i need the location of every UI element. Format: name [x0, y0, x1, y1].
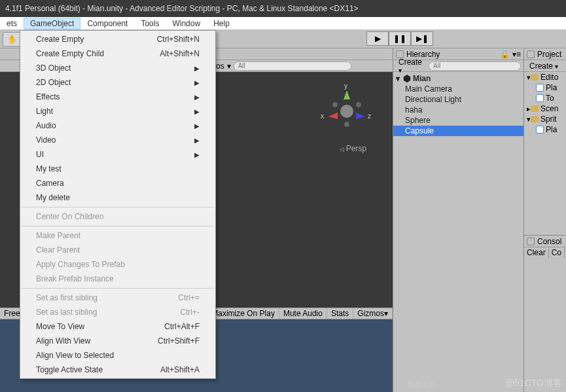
project-header[interactable]: Project [524, 48, 566, 60]
submenu-arrow-icon: ▶ [194, 94, 200, 101]
hierarchy-search-input[interactable] [429, 62, 521, 71]
play-button[interactable]: ▶ [366, 31, 389, 46]
menu-set-first-sibling: Set as first siblingCtrl+= [20, 291, 215, 305]
folder-item[interactable]: ▾Sprit [524, 114, 566, 124]
console-tab-icon [527, 238, 535, 245]
mute-toggle[interactable]: Mute Audio [279, 308, 327, 319]
submenu-arrow-icon: ▶ [194, 151, 200, 158]
menu-my-test[interactable]: My test [20, 162, 215, 176]
perspective-label[interactable]: ◁ Persp [340, 144, 366, 153]
script-icon [536, 126, 544, 134]
project-title: Project [537, 50, 561, 59]
stats-toggle[interactable]: Stats [327, 308, 353, 319]
menu-assets[interactable]: ets [0, 18, 24, 29]
menu-toggle-active[interactable]: Toggle Active StateAlt+Shift+A [20, 363, 215, 377]
svg-point-5 [332, 102, 338, 107]
hierarchy-tree: ▾ Mian Main Camera Directional Light hah… [393, 72, 523, 137]
play-controls: ▶ ❚❚ ▶❚ [366, 31, 433, 46]
menu-camera[interactable]: Camera [20, 176, 215, 190]
menu-my-delete[interactable]: My delete [20, 190, 215, 205]
menu-effects[interactable]: Effects▶ [20, 90, 215, 104]
folder-icon [531, 105, 539, 112]
menu-create-empty-child[interactable]: Create Empty ChildAlt+Shift+N [20, 46, 215, 61]
maximize-toggle[interactable]: Maximize On Play [207, 308, 279, 319]
menu-make-parent: Make Parent [20, 228, 215, 243]
project-create-button[interactable]: Create ▾ [527, 62, 561, 71]
menu-break-prefab: Break Prefab Instance [20, 272, 215, 286]
orientation-gizmo[interactable]: y x z [321, 85, 373, 137]
menu-align-view-to-selected[interactable]: Align View to Selected [20, 348, 215, 363]
svg-marker-2 [328, 113, 338, 119]
window-title: 4.1f1 Personal (64bit) - Mian.unity - Ad… [5, 4, 359, 13]
foldout-icon[interactable]: ▾ [396, 74, 402, 83]
script-item[interactable]: Pla [524, 82, 566, 93]
folder-item[interactable]: ▸Scen [524, 103, 566, 114]
scene-name: Mian [413, 74, 431, 83]
folder-icon [531, 116, 539, 122]
project-tab-icon [527, 50, 535, 58]
menu-gameobject[interactable]: GameObject [24, 18, 80, 29]
menu-bar: ets GameObject Component Tools Window He… [0, 17, 566, 30]
menu-2d-object[interactable]: 2D Object▶ [20, 75, 215, 90]
menu-create-empty[interactable]: Create EmptyCtrl+Shift+N [20, 32, 215, 46]
hand-tool-button[interactable]: ✋ [3, 32, 21, 46]
console-toolbar: Clear Co [524, 247, 566, 258]
menu-light[interactable]: Light▶ [20, 104, 215, 118]
console-title: Consol [537, 237, 561, 246]
menu-align-with-view[interactable]: Align With ViewCtrl+Shift+F [20, 334, 215, 348]
menu-3d-object[interactable]: 3D Object▶ [20, 61, 215, 75]
menu-help[interactable]: Help [207, 18, 236, 29]
submenu-arrow-icon: ▶ [194, 65, 200, 72]
hierarchy-create-button[interactable]: Create ▾ [396, 58, 426, 74]
menu-separator [22, 207, 214, 207]
svg-marker-1 [344, 90, 350, 99]
hierarchy-item[interactable]: haha [393, 105, 523, 115]
menu-apply-prefab: Apply Changes To Prefab [20, 257, 215, 272]
clear-button[interactable]: Clear [524, 247, 549, 258]
hierarchy-panel: Hierarchy 🔒 ▾≡ Create ▾ ▾ Mian Main Came… [393, 48, 523, 392]
menu-separator [22, 288, 214, 289]
menu-window[interactable]: Window [166, 18, 207, 29]
game-gizmos-dropdown[interactable]: Gizmos ▾ [353, 308, 393, 319]
project-toolbar: Create ▾ [524, 60, 566, 72]
hierarchy-item-selected[interactable]: Capsule [393, 126, 523, 136]
submenu-arrow-icon: ▶ [194, 137, 200, 144]
gizmos-arrow-icon: ▾ [227, 62, 231, 71]
lock-icon[interactable]: 🔒 [500, 50, 510, 59]
gameobject-dropdown-menu: Create EmptyCtrl+Shift+N Create Empty Ch… [20, 30, 216, 379]
svg-marker-7 [404, 75, 411, 82]
console-header[interactable]: Consol [524, 236, 566, 247]
scene-root[interactable]: ▾ Mian [393, 73, 523, 84]
svg-point-4 [344, 122, 349, 127]
menu-tools[interactable]: Tools [134, 18, 166, 29]
panel-menu-icon[interactable]: ▾≡ [512, 50, 521, 59]
submenu-arrow-icon: ▶ [194, 122, 200, 130]
console-panel: Consol Clear Co [523, 235, 566, 392]
hierarchy-item[interactable]: Sphere [393, 115, 523, 126]
x-axis-label: x [321, 113, 324, 120]
scene-search-input[interactable] [234, 62, 351, 71]
hierarchy-item[interactable]: Directional Light [393, 94, 523, 105]
menu-audio[interactable]: Audio▶ [20, 118, 215, 133]
hierarchy-item[interactable]: Main Camera [393, 84, 523, 94]
menu-component[interactable]: Component [80, 18, 134, 29]
menu-ui[interactable]: UI▶ [20, 147, 215, 162]
script-icon [536, 84, 544, 92]
menu-clear-parent: Clear Parent [20, 243, 215, 257]
step-button[interactable]: ▶❚ [411, 31, 433, 46]
submenu-arrow-icon: ▶ [194, 79, 200, 86]
watermark: @51CTO博客 [505, 378, 562, 389]
title-bar: 4.1f1 Personal (64bit) - Mian.unity - Ad… [0, 0, 566, 17]
menu-set-last-sibling: Set as last siblingCtrl+- [20, 305, 215, 319]
menu-move-to-view[interactable]: Move To ViewCtrl+Alt+F [20, 319, 215, 334]
pause-button[interactable]: ❚❚ [389, 31, 411, 46]
menu-video[interactable]: Video▶ [20, 133, 215, 147]
collapse-button[interactable]: Co [549, 247, 565, 258]
unity-icon [402, 74, 412, 83]
svg-point-0 [340, 105, 353, 118]
hierarchy-toolbar: Create ▾ [393, 60, 523, 72]
folder-item[interactable]: ▾Edito [524, 72, 566, 82]
svg-marker-3 [356, 113, 365, 119]
script-item[interactable]: To [524, 93, 566, 103]
script-item[interactable]: Pla [524, 124, 566, 135]
